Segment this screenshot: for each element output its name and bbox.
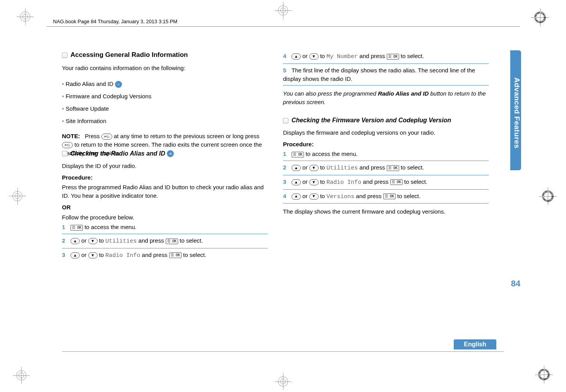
bottom-rule: [62, 351, 504, 352]
ok-button-icon: ☰ OK: [387, 54, 399, 60]
step-row: 4▲ or ▼ to Versions and press ☰ OK to se…: [283, 192, 489, 201]
content-area: Accessing General Radio Information Your…: [62, 50, 489, 262]
book-icon: [283, 118, 288, 123]
step-rule: [62, 234, 268, 234]
subsection-title: Checking the Radio Alias and ID ⟐: [62, 149, 268, 158]
step-rule: [283, 189, 489, 190]
subsection-title: Checking the Firmware Version and Codepl…: [283, 116, 489, 125]
step-row: 4▲ or ▼ to My Number and press ☰ OK to s…: [283, 52, 489, 61]
intro-text: Your radio contains information on the f…: [62, 64, 268, 72]
reg-mark-tr: [534, 12, 546, 23]
procedure-body: Press the programmed Radio Alias and ID …: [62, 183, 268, 200]
top-rule: [46, 26, 520, 27]
ok-button-icon: ☰ OK: [70, 225, 83, 231]
ok-button-icon: ☰ OK: [292, 152, 304, 157]
step-list: 1☰ OK to access the menu. 2▲ or ▼ to Uti…: [62, 223, 268, 260]
step-row: 3▲ or ▼ to Radio Info and press ☰ OK to …: [62, 251, 268, 260]
ok-button-icon: ☰ OK: [383, 193, 396, 199]
book-icon: [62, 151, 67, 156]
page-header: NAG.book Page 84 Thursday, January 3, 20…: [53, 19, 177, 24]
side-tab: Advanced Features: [510, 50, 521, 170]
book-icon: [62, 53, 67, 58]
section-title: Accessing General Radio Information: [62, 50, 268, 60]
step-row: 2▲ or ▼ to Utilities and press ☰ OK to s…: [283, 163, 489, 173]
step-rule: [62, 248, 268, 248]
sub-intro: Displays the firmware and codeplug versi…: [283, 128, 489, 137]
closing-text: The display shows the current firmware a…: [283, 207, 489, 216]
reg-mark-bl: [16, 370, 26, 380]
step-row: 1☰ OK to access the menu.: [62, 223, 268, 231]
step-rule: [283, 203, 489, 204]
ok-button-icon: ☰ OK: [169, 252, 182, 258]
sub-intro: Displays the ID of your radio.: [62, 162, 268, 170]
bullet-item: • Firmware and Codeplug Versions: [62, 92, 268, 101]
back-button-icon: ↩⌂: [62, 142, 73, 148]
bullet-item: • Site Information: [62, 117, 268, 125]
step-row: 3▲ or ▼ to Radio Info and press ☰ OK to …: [283, 178, 489, 187]
link-badge-icon: ⟐: [115, 81, 122, 88]
procedure-label: Procedure:: [283, 140, 489, 149]
reg-mark-br: [538, 369, 550, 380]
reg-mark-mt: [278, 5, 288, 15]
down-button-icon: ▼: [309, 165, 319, 171]
down-button-icon: ▼: [309, 193, 319, 200]
language-tab: English: [454, 339, 496, 349]
up-button-icon: ▲: [292, 193, 301, 200]
link-badge-icon: ⟐: [167, 150, 174, 157]
up-button-icon: ▲: [292, 53, 301, 60]
step-row: 5The first line of the display shows the…: [283, 66, 489, 83]
step-rule: [283, 63, 489, 64]
reg-mark-mr: [542, 190, 554, 202]
step-rule: [283, 175, 489, 175]
bullet-item: • Software Update: [62, 104, 268, 113]
reg-mark-ml: [12, 191, 22, 201]
step-rule: [283, 85, 489, 86]
step-rule: [283, 161, 489, 161]
up-button-icon: ▲: [292, 165, 301, 171]
italic-note: You can also press the programmed Radio …: [283, 89, 489, 106]
down-button-icon: ▼: [309, 53, 319, 60]
or-label: OR: [62, 203, 268, 212]
follow-text: Follow the procedure below.: [62, 213, 268, 222]
page-number: 84: [510, 279, 521, 289]
up-button-icon: ▲: [70, 252, 80, 258]
back-button-icon: ↩⌂: [101, 134, 112, 140]
up-button-icon: ▲: [292, 179, 301, 185]
reg-mark-mb: [278, 377, 288, 387]
down-button-icon: ▼: [309, 179, 319, 185]
ok-button-icon: ☰ OK: [166, 238, 178, 244]
up-button-icon: ▲: [70, 238, 80, 244]
reg-mark-tl: [20, 12, 30, 22]
procedure-label: Procedure:: [62, 173, 268, 182]
note-label: NOTE:: [62, 133, 80, 139]
step-list: 1☰ OK to access the menu. 2▲ or ▼ to Uti…: [283, 150, 489, 204]
ok-button-icon: ☰ OK: [390, 179, 403, 185]
ok-button-icon: ☰ OK: [387, 165, 399, 171]
down-button-icon: ▼: [88, 238, 98, 244]
bullet-item: • Radio Alias and ID ⟐: [62, 80, 268, 88]
step-list: 4▲ or ▼ to My Number and press ☰ OK to s…: [283, 52, 489, 86]
down-button-icon: ▼: [88, 252, 98, 258]
step-row: 2▲ or ▼ to Utilities and press ☰ OK to s…: [62, 236, 268, 246]
right-column: 4▲ or ▼ to My Number and press ☰ OK to s…: [283, 50, 489, 262]
step-row: 1☰ OK to access the menu.: [283, 150, 489, 158]
left-column: Accessing General Radio Information Your…: [62, 50, 268, 262]
